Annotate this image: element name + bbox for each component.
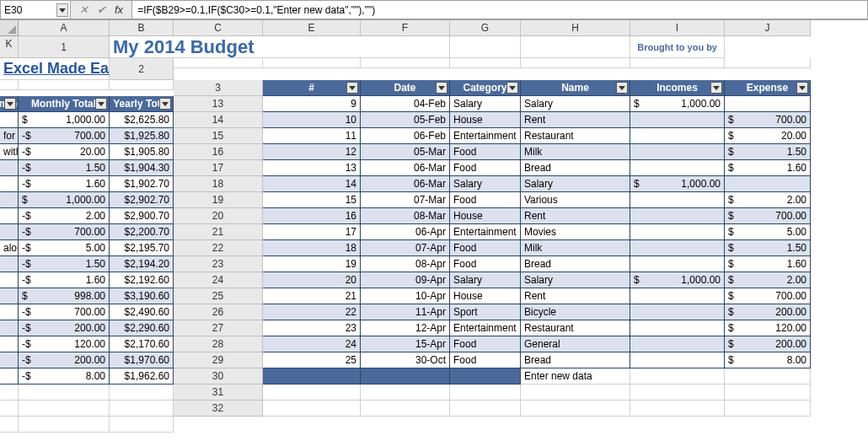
cell-expense[interactable]: $8.00: [725, 352, 811, 368]
excel-made-easy-link[interactable]: Excel Made Easy: [3, 60, 126, 78]
row-header[interactable]: 19: [174, 192, 263, 208]
cell-index[interactable]: 25: [263, 352, 361, 368]
filter-button[interactable]: [616, 82, 628, 94]
cell-index[interactable]: 15: [263, 192, 361, 208]
cell-yearly-total[interactable]: $1,970.60: [110, 352, 174, 368]
header-incomes[interactable]: Incomes: [630, 80, 725, 96]
cell-category[interactable]: Sport: [450, 304, 521, 320]
cell[interactable]: [361, 368, 450, 385]
cell[interactable]: [630, 58, 725, 68]
cell-index[interactable]: 16: [263, 208, 361, 224]
cell[interactable]: [450, 58, 521, 68]
cell-index[interactable]: 9: [263, 96, 361, 112]
row-header[interactable]: 24: [174, 272, 263, 288]
cell-name[interactable]: Rent: [521, 288, 630, 304]
name-box-dropdown[interactable]: [56, 3, 68, 17]
cell-monthly-total[interactable]: -$700.00: [19, 128, 110, 144]
cell-monthly-total[interactable]: -$20.00: [19, 144, 110, 160]
header-expense[interactable]: Expense: [725, 80, 811, 96]
col-header-j[interactable]: J: [725, 20, 811, 36]
cell-expense[interactable]: [725, 96, 811, 112]
cell-monthly-total[interactable]: -$2.00: [19, 208, 110, 224]
cell-monthly-total[interactable]: $998.00: [19, 288, 110, 304]
row-header[interactable]: 25: [174, 288, 263, 304]
cell-expense[interactable]: $700.00: [725, 112, 811, 128]
cell-comment[interactable]: [0, 368, 19, 385]
cell-expense[interactable]: $200.00: [725, 304, 811, 320]
cell-yearly-total[interactable]: $3,190.60: [110, 288, 174, 304]
row-header[interactable]: 1: [19, 36, 110, 58]
col-header-b[interactable]: B: [110, 20, 174, 36]
cell-comment[interactable]: [0, 256, 19, 272]
cell-yearly-total[interactable]: $2,194.20: [110, 256, 174, 272]
cell-yearly-total[interactable]: $1,904.30: [110, 160, 174, 176]
brand-link-cell[interactable]: Excel Made Easy: [0, 58, 110, 80]
col-header-h[interactable]: H: [521, 20, 630, 36]
cell-monthly-total[interactable]: -$1.50: [19, 256, 110, 272]
cell-comment[interactable]: [0, 288, 19, 304]
cell-comment[interactable]: [0, 304, 19, 320]
col-header-c[interactable]: C: [174, 20, 263, 36]
row-header[interactable]: 18: [174, 176, 263, 192]
filter-button[interactable]: [346, 82, 358, 94]
cell-comment[interactable]: [0, 224, 19, 240]
cell-income[interactable]: $1,000.00: [630, 176, 725, 192]
cell-name[interactable]: Milk: [521, 144, 630, 160]
accept-icon[interactable]: ✔: [97, 3, 106, 16]
cell[interactable]: [630, 385, 725, 401]
cell-expense[interactable]: $120.00: [725, 320, 811, 336]
cell-category[interactable]: Food: [450, 336, 521, 352]
row-header[interactable]: 26: [174, 304, 263, 320]
cell-comment[interactable]: [0, 352, 19, 368]
cell[interactable]: [361, 58, 450, 68]
cell-comment[interactable]: [0, 112, 19, 128]
header-name[interactable]: Name: [521, 80, 630, 96]
cell-date[interactable]: 04-Feb: [361, 96, 450, 112]
cell-name[interactable]: Various: [521, 192, 630, 208]
cell-income[interactable]: $1,000.00: [630, 272, 725, 288]
cell-monthly-total[interactable]: -$700.00: [19, 304, 110, 320]
cell-category[interactable]: House: [450, 208, 521, 224]
cell[interactable]: [725, 385, 811, 401]
cell-index[interactable]: 19: [263, 256, 361, 272]
row-header[interactable]: 14: [174, 112, 263, 128]
cell[interactable]: [521, 401, 630, 417]
cell-yearly-total[interactable]: $2,902.70: [110, 192, 174, 208]
row-header[interactable]: 2: [110, 58, 174, 80]
cell-name[interactable]: Rent: [521, 208, 630, 224]
cell-yearly-total[interactable]: $1,902.70: [110, 176, 174, 192]
cell-comment[interactable]: [0, 192, 19, 208]
cell-expense[interactable]: $1.60: [725, 256, 811, 272]
cell-monthly-total[interactable]: -$120.00: [19, 336, 110, 352]
cell-expense[interactable]: $5.00: [725, 224, 811, 240]
row-header[interactable]: 20: [174, 208, 263, 224]
cell-category[interactable]: Entertainment: [450, 320, 521, 336]
cell[interactable]: [19, 385, 110, 401]
cell[interactable]: [630, 368, 725, 385]
cell-name[interactable]: General: [521, 336, 630, 352]
cell-name[interactable]: Salary: [521, 96, 630, 112]
cell-expense[interactable]: $2.00: [725, 272, 811, 288]
cell[interactable]: [0, 80, 19, 90]
cell-category[interactable]: Food: [450, 192, 521, 208]
cell[interactable]: [450, 401, 521, 417]
cell-index[interactable]: 12: [263, 144, 361, 160]
cell-yearly-total[interactable]: $2,490.60: [110, 304, 174, 320]
cell-name[interactable]: Milk: [521, 240, 630, 256]
filter-button[interactable]: [506, 82, 518, 94]
cell-monthly-total[interactable]: -$200.00: [19, 352, 110, 368]
cell-comment[interactable]: with Mike and Irene: [0, 144, 19, 160]
row-header[interactable]: 32: [174, 401, 263, 417]
cell-income[interactable]: [630, 144, 725, 160]
row-header[interactable]: 23: [174, 256, 263, 272]
cell-category[interactable]: House: [450, 288, 521, 304]
filter-button[interactable]: [710, 82, 722, 94]
cell-yearly-total[interactable]: $1,905.80: [110, 144, 174, 160]
filter-button[interactable]: [436, 82, 447, 94]
cell-yearly-total[interactable]: $1,962.60: [110, 368, 174, 385]
filter-button[interactable]: [95, 98, 107, 110]
cell-name[interactable]: Movies: [521, 224, 630, 240]
row-header[interactable]: 29: [174, 352, 263, 368]
cell-date[interactable]: 05-Mar: [361, 144, 450, 160]
cell-yearly-total[interactable]: $2,192.60: [110, 272, 174, 288]
